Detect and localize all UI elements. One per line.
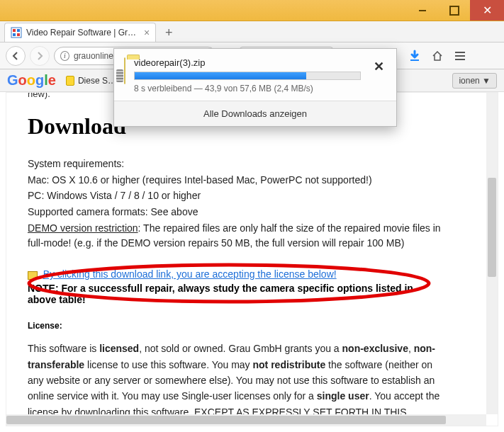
back-button[interactable] <box>6 46 26 66</box>
browser-tab[interactable]: Video Repair Software | Grau… × <box>4 23 156 42</box>
svg-rect-2 <box>17 29 20 32</box>
arrow-right-icon <box>35 52 44 60</box>
note-line: NOTE: For a successfull repair, always s… <box>28 283 444 305</box>
download-filename[interactable]: videorepair(3).zip <box>134 57 361 68</box>
window-maximize-button[interactable] <box>438 0 470 21</box>
downloads-button[interactable] <box>405 47 424 65</box>
window-close-button[interactable]: ✕ <box>470 0 504 21</box>
req-line: Mac: OS X 10.6 or higher (requires Intel… <box>28 173 444 188</box>
horizontal-scrollbar[interactable] <box>6 414 486 426</box>
svg-rect-4 <box>17 33 20 36</box>
new-tab-button[interactable]: + <box>159 23 179 42</box>
zip-file-icon <box>124 57 125 84</box>
req-line: PC: Windows Vista / 7 / 8 / 10 or higher <box>28 188 444 204</box>
bookmark-item[interactable]: Diese S… <box>66 76 116 86</box>
bookmark-label: Diese S… <box>78 76 116 86</box>
options-button[interactable]: ionen ▼ <box>452 73 497 89</box>
license-heading: License: <box>28 321 444 331</box>
forward-button[interactable] <box>30 46 50 66</box>
req-line: System requirements: <box>28 157 444 172</box>
show-all-downloads-button[interactable]: Alle Downloads anzeigen <box>114 101 396 126</box>
download-link[interactable]: By clicking this download link, you are … <box>43 268 337 280</box>
download-popup: videorepair(3).zip 8 s verbleibend — 43,… <box>113 48 397 127</box>
page-viewport[interactable]: new). Download System requirements: Mac:… <box>6 92 498 426</box>
download-link-block: By clicking this download link, you are … <box>28 268 444 305</box>
arrow-left-icon <box>11 52 20 60</box>
svg-rect-10 <box>410 59 419 61</box>
tab-title: Video Repair Software | Grau… <box>26 28 140 38</box>
tab-favicon <box>11 27 22 38</box>
site-info-icon[interactable]: i <box>60 51 69 61</box>
tab-close-icon[interactable]: × <box>144 27 150 38</box>
google-logo[interactable]: Google <box>7 72 56 89</box>
tab-strip: Video Repair Software | Grau… × + <box>0 21 504 42</box>
home-button[interactable] <box>428 47 447 65</box>
download-progress-bar <box>134 72 361 80</box>
vertical-scrollbar[interactable] <box>486 93 498 414</box>
license-text: This software is licensed, not sold or o… <box>28 341 444 426</box>
svg-rect-3 <box>13 33 16 36</box>
package-icon <box>28 271 38 280</box>
menu-button[interactable] <box>451 47 469 65</box>
download-cancel-button[interactable]: ✕ <box>369 57 388 76</box>
page-content: new). Download System requirements: Mac:… <box>6 92 466 426</box>
svg-rect-1 <box>13 29 16 32</box>
req-line: DEMO version restriction: The repaired f… <box>28 221 444 251</box>
window-minimize-button[interactable] <box>406 0 438 21</box>
requirements-block: System requirements: Mac: OS X 10.6 or h… <box>28 157 444 251</box>
window-titlebar: ✕ <box>0 0 504 21</box>
lock-icon <box>66 76 74 86</box>
download-status: 8 s verbleibend — 43,9 von 57,6 MB (2,4 … <box>134 84 361 93</box>
req-line: Supported camera formats: See above <box>28 205 444 220</box>
